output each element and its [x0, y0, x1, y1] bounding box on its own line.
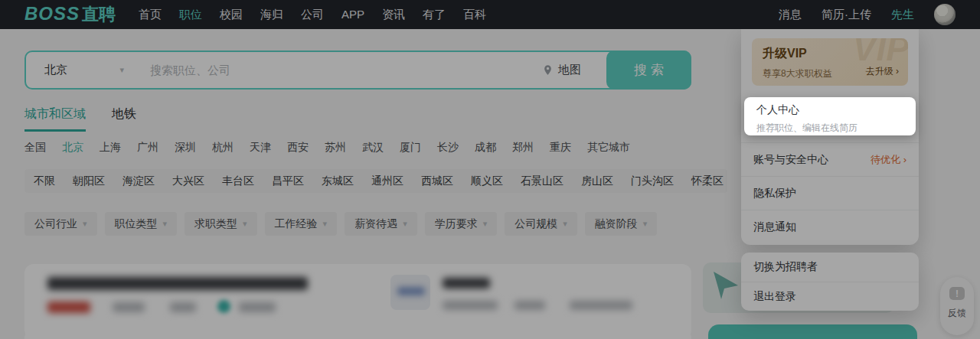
personal-center-subtitle: 推荐职位、编辑在线简历 — [756, 122, 903, 135]
personal-center-title: 个人中心 — [756, 103, 903, 117]
menu-item-personal-center[interactable]: 个人中心 推荐职位、编辑在线简历 — [744, 97, 916, 135]
dim-overlay[interactable] — [0, 0, 980, 339]
